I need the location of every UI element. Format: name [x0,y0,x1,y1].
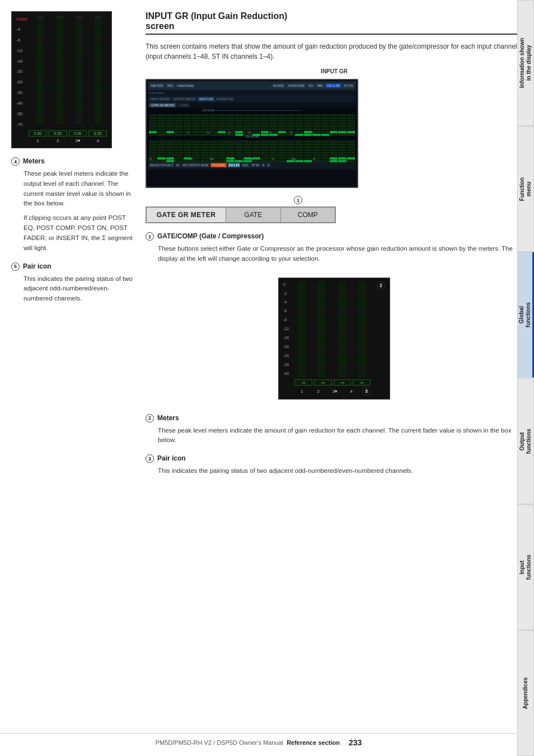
meter2-db-boxes: -∞ -∞ -∞ -∞ [294,379,371,386]
right-column: INPUT GR (Input Gain Reduction) screen T… [146,11,523,484]
section-1: 1 GATE/COMP (Gate / Compressor) These bu… [146,232,523,264]
footer-manual: PM5D/PM5D-RH V2 / DSP5D Owner's Manual [156,739,283,746]
circled-3: 3 [362,387,371,396]
ba-dca: DCA [241,163,250,167]
section-3-title: Pair icon [157,454,186,462]
sh-48k: 48k [316,83,325,88]
tab-output-gr: OUTPUT GR [215,97,235,101]
input-gr-screen: METER 001 Initial Data SLAVE CASCADE Fn … [146,79,358,188]
sidebar-tab-info-display[interactable]: Information shownin the display [517,0,534,126]
ba-att-output: ATT OUTPUT SEND [181,163,209,167]
circled-2: 2 [377,281,385,290]
meter2-number-labels: 1 2 3♥ 4 3 [294,387,371,396]
meter-scale: OVER -4 -8 -12 -16 -20 -24 -30 -40 -50 -… [16,16,27,128]
ba-ch1-24-active: CH 1-24 [228,163,241,167]
sh-fn: Fn [307,83,315,88]
ba-st-in: ST IN [251,163,260,167]
meter2-ch3: for(let i=0;i<43;i++){document.write('<d… [333,281,351,377]
section-4-text1: These peak level meters indicate the out… [24,169,134,209]
sidebar-tab-function-menu[interactable]: Functionmenu [517,126,534,252]
section-1-title: GATE/COMP (Gate / Compressor) [157,232,264,240]
section-5: 5 Pair icon This indicates the pairing s… [11,262,134,304]
section-4-text2: If clipping occurs at any point POST EQ,… [24,213,134,253]
meter2-ch1: for(let i=0;i<43;i++){document.write('<d… [292,281,310,377]
page-title: INPUT GR (Input Gain Reduction) screen [146,11,523,35]
section-1-number: 1 [146,232,154,241]
section-1-text: These buttons select either Gate or Comp… [158,244,523,264]
meter2-scale: 0 -2 -4 -6 -8 -12 -16 -20 -24 -28 -40 [283,281,289,377]
ch1-24-label: CH 1-24 ———————————————————————————— [148,108,356,112]
section-3-text: This indicates the pairing status of two… [158,466,523,476]
circled-1-above-bar: 1 [294,196,302,204]
sidebar-tab-global-functions[interactable]: Globalfunctions [517,252,534,378]
tab-input-gr: INPUT GR [198,97,214,101]
tab-output-meter: OUTPUT METER [172,97,197,101]
right-sidebar: Information shownin the display Function… [517,0,534,756]
screen-sublabel: Initial Data [148,90,356,96]
section-2-number: 2 [146,414,154,422]
ba-ch-level: CH LEVEL [210,163,226,167]
meter2-ch4: for(let i=0;i<43;i++){document.write('<d… [353,281,371,377]
sidebar-tab-input-functions[interactable]: Inputfunctions [517,504,534,630]
ba-select-ch: SELECT CH CH 1 [149,163,174,167]
sh-initial-data: Initial Data [176,83,195,88]
meter2-ch2: for(let i=0;i<43;i++){document.write('<d… [312,281,330,377]
sh-cascade: CASCADE [287,83,306,88]
section-4: 4 Meters These peak level meters indicat… [11,157,134,253]
sh-st-in: ST IN [343,83,354,88]
section-4-title: Meters [23,157,45,165]
section-2-text: These peak level meters indicate the amo… [158,426,523,446]
section-3: 3 Pair icon This indicates the pairing s… [146,454,523,476]
ba-source: #1 [175,163,181,167]
sidebar-tab-output-functions[interactable]: Outputfunctions [517,378,534,504]
left-meter-display: OVER -4 -8 -12 -16 -20 -24 -30 -40 -50 -… [11,11,112,148]
gate-button[interactable]: GATE [226,208,281,222]
screen-header: METER 001 Initial Data SLAVE CASCADE Fn … [148,81,356,90]
section-5-number: 5 [11,262,20,271]
gate-comp-bar: 1 GATE GR METER GATE COMP [146,196,336,223]
section-5-text: This indicates the pairing status of two… [24,274,134,304]
input-gr-label: INPUT GR [146,68,523,74]
section-3-number: 3 [146,454,154,463]
gate-gr-tab-active: GATE GR METER [149,103,176,107]
sh-slave: SLAVE [271,83,285,88]
page-footer: PM5D/PM5D-RH V2 / DSP5D Owner's Manual R… [0,733,517,747]
meter2-wrapper: 0 -2 -4 -6 -8 -12 -16 -20 -24 -28 -40 [146,272,523,405]
section-2-title: Meters [157,414,179,422]
screen-tabs: INPUT METER OUTPUT METER INPUT GR OUTPUT… [148,96,356,102]
tab-input-meter: INPUT METER [149,97,171,101]
comp-button[interactable]: COMP [281,208,335,222]
sh-ch1-24: CH 1-24 [325,83,341,88]
footer-page-number: 233 [349,738,362,747]
left-column: OVER -4 -8 -12 -16 -20 -24 -30 -40 -50 -… [11,11,134,484]
meter-grid-top [148,113,356,131]
footer-reference-section: Reference section [287,739,340,746]
comp-gr-tab: COMP [177,103,190,107]
sh-meter: METER [149,83,165,88]
gate-gr-tabs: GATE GR METER COMP [148,102,356,108]
intro-text: This screen contains meters that show th… [146,41,523,62]
sidebar-tab-appendices[interactable]: Appendices [517,630,534,756]
section-4-number: 4 [11,157,20,166]
meter2-display: 0 -2 -4 -6 -8 -12 -16 -20 -24 -28 -40 [278,278,390,400]
section-2: 2 Meters These peak level meters indicat… [146,414,523,446]
gate-gr-meter-label: GATE GR METER [147,208,226,222]
ba-master: A [261,163,265,167]
meter-grid-bottom [148,139,356,157]
ba-user-last: A [266,163,270,167]
sh-scene: 001 [166,83,175,88]
section-5-title: Pair icon [23,262,51,270]
